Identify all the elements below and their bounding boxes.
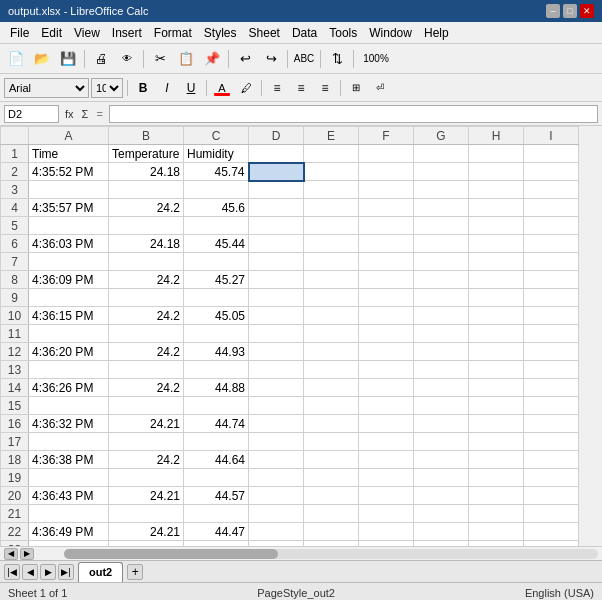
- cell-E20[interactable]: [304, 487, 359, 505]
- cell-G7[interactable]: [414, 253, 469, 271]
- cell-E9[interactable]: [304, 289, 359, 307]
- col-header-g[interactable]: G: [414, 127, 469, 145]
- cell-B5[interactable]: [109, 217, 184, 235]
- menu-data[interactable]: Data: [286, 24, 323, 42]
- cell-F13[interactable]: [359, 361, 414, 379]
- cell-D21[interactable]: [249, 505, 304, 523]
- cell-G18[interactable]: [414, 451, 469, 469]
- row-header-10[interactable]: 10: [1, 307, 29, 325]
- cell-G11[interactable]: [414, 325, 469, 343]
- cell-C7[interactable]: [184, 253, 249, 271]
- cell-A21[interactable]: [29, 505, 109, 523]
- cell-I11[interactable]: [524, 325, 579, 343]
- cell-G20[interactable]: [414, 487, 469, 505]
- cell-A13[interactable]: [29, 361, 109, 379]
- cell-C11[interactable]: [184, 325, 249, 343]
- cell-B9[interactable]: [109, 289, 184, 307]
- cell-D16[interactable]: [249, 415, 304, 433]
- cell-G6[interactable]: [414, 235, 469, 253]
- cell-E3[interactable]: [304, 181, 359, 199]
- cell-F8[interactable]: [359, 271, 414, 289]
- cell-H22[interactable]: [469, 523, 524, 541]
- menu-tools[interactable]: Tools: [323, 24, 363, 42]
- horizontal-scrollbar[interactable]: ◀ ▶: [0, 546, 602, 560]
- cell-H17[interactable]: [469, 433, 524, 451]
- cell-B21[interactable]: [109, 505, 184, 523]
- cell-I21[interactable]: [524, 505, 579, 523]
- sort-asc-button[interactable]: ⇅: [325, 48, 349, 70]
- cell-F20[interactable]: [359, 487, 414, 505]
- cell-B1[interactable]: Temperature: [109, 145, 184, 163]
- redo-button[interactable]: ↪: [259, 48, 283, 70]
- cell-C17[interactable]: [184, 433, 249, 451]
- cell-A9[interactable]: [29, 289, 109, 307]
- col-header-f[interactable]: F: [359, 127, 414, 145]
- cell-G13[interactable]: [414, 361, 469, 379]
- cell-E11[interactable]: [304, 325, 359, 343]
- sheet-tab-out2[interactable]: out2: [78, 562, 123, 582]
- cell-F11[interactable]: [359, 325, 414, 343]
- cell-H10[interactable]: [469, 307, 524, 325]
- cell-D22[interactable]: [249, 523, 304, 541]
- cell-A6[interactable]: 4:36:03 PM: [29, 235, 109, 253]
- cell-I10[interactable]: [524, 307, 579, 325]
- cell-D4[interactable]: [249, 199, 304, 217]
- cell-I16[interactable]: [524, 415, 579, 433]
- row-header-22[interactable]: 22: [1, 523, 29, 541]
- cell-F5[interactable]: [359, 217, 414, 235]
- cell-B14[interactable]: 24.2: [109, 379, 184, 397]
- scroll-right-btn[interactable]: ▶: [20, 548, 34, 560]
- row-header-1[interactable]: 1: [1, 145, 29, 163]
- cell-A10[interactable]: 4:36:15 PM: [29, 307, 109, 325]
- cell-B19[interactable]: [109, 469, 184, 487]
- col-header-h[interactable]: H: [469, 127, 524, 145]
- cell-G8[interactable]: [414, 271, 469, 289]
- cell-C20[interactable]: 44.57: [184, 487, 249, 505]
- tab-first-btn[interactable]: |◀: [4, 564, 20, 580]
- cell-G5[interactable]: [414, 217, 469, 235]
- cell-C12[interactable]: 44.93: [184, 343, 249, 361]
- tab-last-btn[interactable]: ▶|: [58, 564, 74, 580]
- open-button[interactable]: 📂: [30, 48, 54, 70]
- row-header-20[interactable]: 20: [1, 487, 29, 505]
- row-header-13[interactable]: 13: [1, 361, 29, 379]
- cell-H19[interactable]: [469, 469, 524, 487]
- fx-icon[interactable]: fx: [63, 108, 76, 120]
- equals-icon[interactable]: =: [94, 108, 104, 120]
- cell-I2[interactable]: [524, 163, 579, 181]
- cell-G23[interactable]: [414, 541, 469, 547]
- cell-A4[interactable]: 4:35:57 PM: [29, 199, 109, 217]
- cell-I17[interactable]: [524, 433, 579, 451]
- menu-help[interactable]: Help: [418, 24, 455, 42]
- cell-D7[interactable]: [249, 253, 304, 271]
- menu-sheet[interactable]: Sheet: [243, 24, 286, 42]
- cell-B17[interactable]: [109, 433, 184, 451]
- cell-C21[interactable]: [184, 505, 249, 523]
- menu-view[interactable]: View: [68, 24, 106, 42]
- row-header-4[interactable]: 4: [1, 199, 29, 217]
- align-center-button[interactable]: ≡: [290, 78, 312, 98]
- cell-C3[interactable]: [184, 181, 249, 199]
- cell-A7[interactable]: [29, 253, 109, 271]
- cell-B18[interactable]: 24.2: [109, 451, 184, 469]
- menu-file[interactable]: File: [4, 24, 35, 42]
- row-header-15[interactable]: 15: [1, 397, 29, 415]
- underline-button[interactable]: U: [180, 78, 202, 98]
- cell-B23[interactable]: [109, 541, 184, 547]
- cell-F4[interactable]: [359, 199, 414, 217]
- cell-C4[interactable]: 45.6: [184, 199, 249, 217]
- cell-G14[interactable]: [414, 379, 469, 397]
- cell-E2[interactable]: [304, 163, 359, 181]
- cell-B15[interactable]: [109, 397, 184, 415]
- cell-E19[interactable]: [304, 469, 359, 487]
- cell-B20[interactable]: 24.21: [109, 487, 184, 505]
- cell-D15[interactable]: [249, 397, 304, 415]
- row-header-8[interactable]: 8: [1, 271, 29, 289]
- cell-D1[interactable]: [249, 145, 304, 163]
- cell-A11[interactable]: [29, 325, 109, 343]
- cell-H15[interactable]: [469, 397, 524, 415]
- cell-D13[interactable]: [249, 361, 304, 379]
- font-size-select[interactable]: 10: [91, 78, 123, 98]
- row-header-12[interactable]: 12: [1, 343, 29, 361]
- cell-F17[interactable]: [359, 433, 414, 451]
